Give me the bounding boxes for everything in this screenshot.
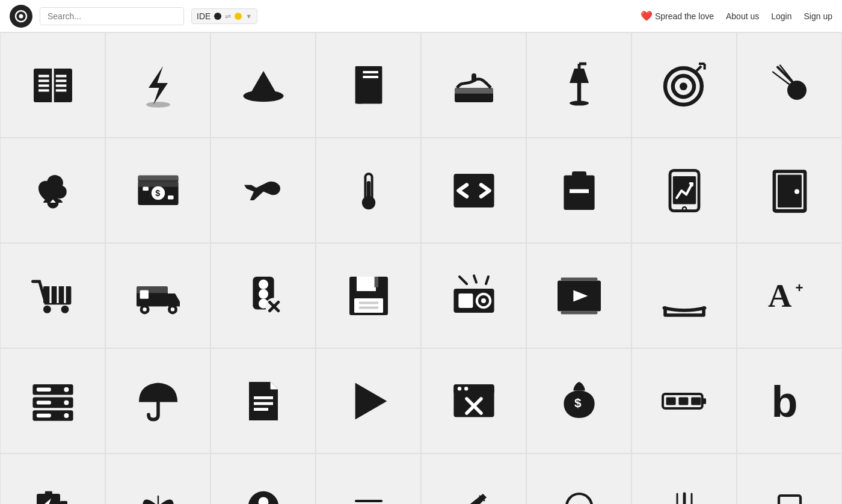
svg-point-48 <box>361 195 375 209</box>
svg-point-103 <box>64 400 69 405</box>
icon-profile-circle[interactable] <box>210 453 316 504</box>
svg-rect-43 <box>168 195 174 199</box>
icon-floppy[interactable] <box>316 243 421 348</box>
icon-umbrella[interactable] <box>105 348 210 453</box>
icon-font-increase[interactable]: A + <box>737 243 842 348</box>
icon-placeholder-6[interactable] <box>526 453 632 504</box>
icon-play-button[interactable] <box>316 348 421 453</box>
svg-rect-83 <box>354 298 383 313</box>
svg-rect-22 <box>472 73 476 82</box>
icon-clipboard-minus[interactable] <box>526 138 632 243</box>
svg-point-89 <box>481 298 486 303</box>
svg-rect-54 <box>672 176 695 204</box>
signup-link[interactable]: Sign up <box>804 11 832 21</box>
svg-rect-106 <box>36 401 51 404</box>
icon-lightning[interactable] <box>105 32 210 138</box>
svg-point-116 <box>464 387 468 390</box>
icon-video-player[interactable] <box>526 243 632 348</box>
icon-cart[interactable] <box>0 243 105 348</box>
svg-point-102 <box>64 387 69 392</box>
svg-rect-21 <box>455 88 493 94</box>
icon-battery[interactable] <box>632 348 737 453</box>
spread-love-link[interactable]: ❤️ Spread the love <box>641 10 714 22</box>
icon-floor-lamp[interactable] <box>526 32 632 138</box>
svg-marker-12 <box>149 66 168 105</box>
svg-rect-6 <box>38 84 49 87</box>
svg-rect-87 <box>458 293 473 308</box>
icon-money-bag[interactable]: $ <box>526 348 632 453</box>
icon-thermometer[interactable] <box>316 138 421 243</box>
svg-line-91 <box>474 275 476 282</box>
tag-label: IDE <box>197 11 210 21</box>
svg-text:$: $ <box>155 188 160 197</box>
icon-door[interactable] <box>737 138 842 243</box>
svg-rect-129 <box>60 501 67 505</box>
svg-rect-19 <box>363 76 378 78</box>
icon-meteor[interactable] <box>737 32 842 138</box>
svg-point-65 <box>61 306 69 313</box>
icon-hat[interactable] <box>210 32 316 138</box>
icon-server[interactable] <box>0 348 105 453</box>
svg-line-90 <box>459 277 467 284</box>
tag-filter[interactable]: IDE ⇌ ▼ <box>191 8 257 24</box>
icon-cake[interactable] <box>421 32 526 138</box>
svg-rect-4 <box>38 75 49 77</box>
svg-rect-85 <box>359 306 378 309</box>
svg-rect-121 <box>702 398 705 404</box>
svg-rect-123 <box>678 397 688 405</box>
icon-placeholder-8[interactable] <box>737 453 842 504</box>
dropdown-arrow-icon[interactable]: ▼ <box>245 13 252 20</box>
svg-rect-18 <box>363 71 378 73</box>
svg-point-33 <box>787 81 807 100</box>
svg-rect-51 <box>572 171 586 179</box>
icon-edit-pencil[interactable] <box>421 453 526 504</box>
svg-rect-7 <box>38 89 49 91</box>
dot-black-icon <box>214 13 221 20</box>
search-input[interactable] <box>40 7 184 25</box>
icon-target[interactable] <box>632 32 737 138</box>
icon-touch-upload[interactable] <box>0 138 105 243</box>
svg-rect-141 <box>779 496 801 505</box>
icon-wash[interactable] <box>316 453 421 504</box>
svg-rect-8 <box>55 75 66 77</box>
icon-document-text[interactable] <box>210 348 316 453</box>
icon-book[interactable] <box>0 32 105 138</box>
svg-point-72 <box>170 307 174 311</box>
svg-rect-95 <box>561 311 597 314</box>
svg-rect-42 <box>143 186 149 190</box>
logo-icon[interactable] <box>10 5 32 28</box>
icon-butterfly[interactable] <box>105 453 210 504</box>
icon-columns[interactable] <box>632 453 737 504</box>
svg-text:b: b <box>771 377 797 425</box>
svg-rect-17 <box>358 66 361 103</box>
icon-browser-error[interactable] <box>421 348 526 453</box>
icon-airplane[interactable] <box>210 138 316 243</box>
login-link[interactable]: Login <box>771 11 791 21</box>
svg-rect-68 <box>140 290 148 298</box>
icon-code[interactable] <box>421 138 526 243</box>
heart-icon: ❤️ <box>641 10 653 22</box>
svg-rect-9 <box>55 79 66 82</box>
svg-rect-11 <box>55 89 66 91</box>
icon-traffic-light-error[interactable] <box>210 243 316 348</box>
svg-point-24 <box>570 100 589 105</box>
svg-rect-45 <box>138 175 178 180</box>
svg-rect-110 <box>254 408 268 411</box>
svg-line-92 <box>486 277 488 284</box>
about-us-link[interactable]: About us <box>726 11 759 21</box>
icon-tray[interactable] <box>632 243 737 348</box>
svg-rect-3 <box>52 69 54 102</box>
header: IDE ⇌ ▼ ❤️ Spread the love About us Logi… <box>0 0 842 32</box>
svg-point-74 <box>259 279 268 289</box>
icon-battery-charging[interactable] <box>0 453 105 504</box>
svg-rect-52 <box>570 189 589 192</box>
svg-point-137 <box>567 494 592 505</box>
icon-phone-stats[interactable] <box>632 138 737 243</box>
icon-notebook[interactable] <box>316 32 421 138</box>
icon-truck[interactable] <box>105 243 210 348</box>
icon-radio[interactable] <box>421 243 526 348</box>
icon-cash[interactable]: $ <box>105 138 210 243</box>
svg-marker-111 <box>355 383 387 419</box>
icon-boltdb[interactable]: b <box>737 348 842 453</box>
svg-point-58 <box>794 189 799 194</box>
